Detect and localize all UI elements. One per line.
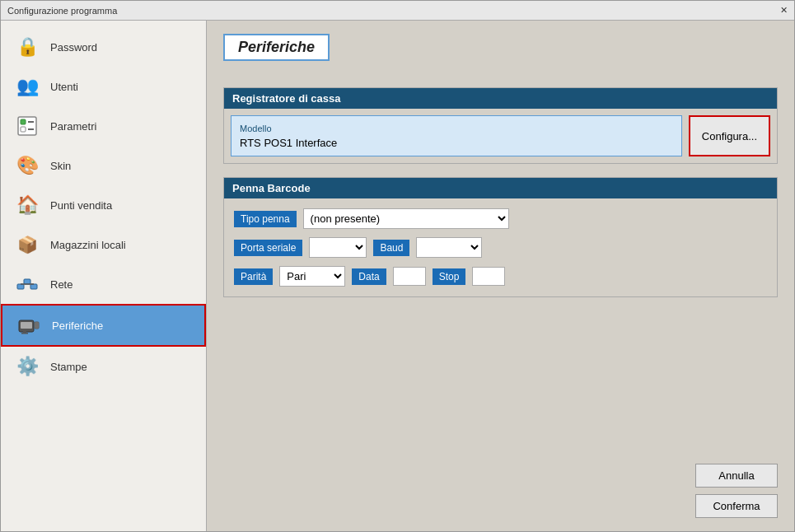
sidebar-item-skin[interactable]: 🎨 Skin [1,146,206,185]
svg-rect-3 [21,127,26,132]
sidebar-item-punti-vendita[interactable]: 🏠 Punti vendita [1,185,206,225]
baud-label: Baud [373,240,409,256]
title-bar: Configurazione programma ✕ [1,1,794,21]
sidebar-item-periferiche[interactable]: Periferiche [1,304,206,347]
svg-rect-1 [21,119,26,124]
stop-label: Stop [433,268,466,285]
sidebar-label-utenti: Utenti [50,81,78,93]
parita-label: Parità [234,268,273,285]
model-box: Modello RTS POS1 Interface [231,115,682,156]
sidebar-item-rete[interactable]: Rete [1,264,206,304]
sidebar-label-stampe: Stampe [50,361,87,373]
sidebar: 🔒 Password 👥 Utenti [1,21,207,531]
data-label: Data [352,268,386,285]
bottom-buttons: Annulla Conferma [223,450,778,518]
baud-select[interactable] [416,237,482,258]
sidebar-label-magazzini-locali: Magazzini locali [50,239,126,251]
sidebar-label-skin: Skin [50,160,71,172]
sidebar-label-password: Password [50,41,97,54]
sidebar-item-password[interactable]: 🔒 Password [1,27,206,67]
model-value: RTS POS1 Interface [240,137,673,149]
stop-input[interactable] [472,267,505,286]
network-icon [14,271,40,297]
close-button[interactable]: ✕ [780,5,788,16]
svg-rect-11 [21,322,32,329]
sidebar-item-utenti[interactable]: 👥 Utenti [1,67,206,106]
porta-seriale-select[interactable] [309,237,367,258]
right-panel: Periferiche Registratore di cassa Modell… [207,21,794,531]
sidebar-item-stampe[interactable]: ⚙️ Stampe [1,347,206,386]
section-penna-barcode: Penna Barcode Tipo penna (non presente) … [223,177,778,297]
periferiche-icon [16,312,42,338]
svg-rect-5 [17,284,24,289]
main-window: Configurazione programma ✕ 🔒 Password 👥 … [0,0,795,532]
sidebar-label-periferiche: Periferiche [52,320,103,332]
tipo-penna-select[interactable]: (non presente) [303,208,509,229]
params-icon [14,113,40,139]
annulla-button[interactable]: Annulla [695,464,778,488]
stampe-icon: ⚙️ [14,353,40,380]
sidebar-scroll: 🔒 Password 👥 Utenti [1,21,206,531]
porta-seriale-label: Porta seriale [234,240,302,256]
reg-cassa-body: Modello RTS POS1 Interface Configura... [224,109,777,163]
parita-row: Parità Pari Data Stop [234,266,767,287]
sidebar-label-punti-vendita: Punti vendita [50,199,112,212]
penna-barcode-body: Tipo penna (non presente) Porta seriale … [224,198,777,296]
parita-select[interactable]: Pari [279,266,345,287]
svg-rect-12 [23,330,26,333]
conferma-button[interactable]: Conferma [695,494,778,518]
warehouse-icon: 📦 [14,231,40,258]
main-content: 🔒 Password 👥 Utenti [1,21,794,531]
window-title: Configurazione programma [7,6,117,16]
page-title: Periferiche [223,34,330,61]
model-label: Modello [240,124,673,133]
tipo-penna-row: Tipo penna (non presente) [234,208,767,229]
configura-button[interactable]: Configura... [689,115,770,156]
skin-icon: 🎨 [14,152,40,179]
store-icon: 🏠 [14,192,40,218]
porta-seriale-row: Porta seriale Baud [234,237,767,258]
sidebar-item-parametri[interactable]: Parametri [1,106,206,146]
sidebar-label-rete: Rete [50,278,72,291]
svg-rect-6 [24,279,30,284]
svg-rect-7 [30,284,37,289]
section-header-registratore: Registratore di cassa [224,88,777,109]
data-input[interactable] [393,267,426,286]
users-icon: 👥 [14,73,40,100]
section-registratore: Registratore di cassa Modello RTS POS1 I… [223,87,778,164]
lock-icon: 🔒 [14,34,40,60]
svg-rect-13 [21,333,28,334]
sidebar-label-parametri: Parametri [50,120,96,133]
sidebar-item-magazzini-locali[interactable]: 📦 Magazzini locali [1,225,206,264]
tipo-penna-label: Tipo penna [234,211,297,227]
section-header-penna-barcode: Penna Barcode [224,178,777,198]
